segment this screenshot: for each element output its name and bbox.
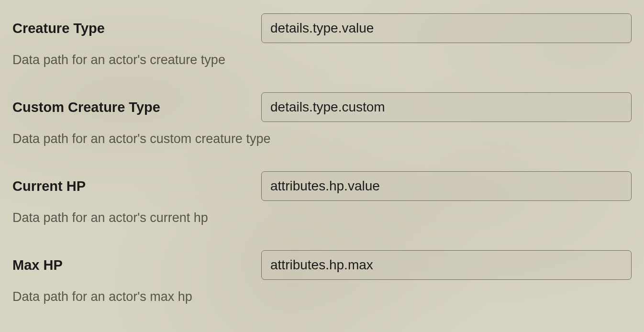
setting-input-current-hp[interactable]: [261, 171, 632, 201]
setting-hint-creature-type: Data path for an actor's creature type: [12, 53, 632, 67]
setting-row-custom-creature-type: Custom Creature Type Data path for an ac…: [12, 92, 632, 146]
setting-label-custom-creature-type: Custom Creature Type: [12, 100, 261, 115]
setting-row-top: Creature Type: [12, 13, 632, 43]
setting-input-max-hp[interactable]: [261, 250, 632, 280]
setting-input-creature-type[interactable]: [261, 13, 632, 43]
setting-hint-custom-creature-type: Data path for an actor's custom creature…: [12, 132, 632, 146]
setting-label-max-hp: Max HP: [12, 257, 261, 273]
setting-label-creature-type: Creature Type: [12, 21, 261, 36]
setting-row-top: Custom Creature Type: [12, 92, 632, 122]
setting-row-max-hp: Max HP Data path for an actor's max hp: [12, 250, 632, 304]
setting-row-current-hp: Current HP Data path for an actor's curr…: [12, 171, 632, 225]
setting-hint-max-hp: Data path for an actor's max hp: [12, 289, 632, 304]
setting-hint-current-hp: Data path for an actor's current hp: [12, 210, 632, 225]
setting-label-current-hp: Current HP: [12, 178, 261, 194]
setting-row-top: Max HP: [12, 250, 632, 280]
setting-input-custom-creature-type[interactable]: [261, 92, 632, 122]
setting-row-creature-type: Creature Type Data path for an actor's c…: [12, 13, 632, 67]
setting-row-top: Current HP: [12, 171, 632, 201]
